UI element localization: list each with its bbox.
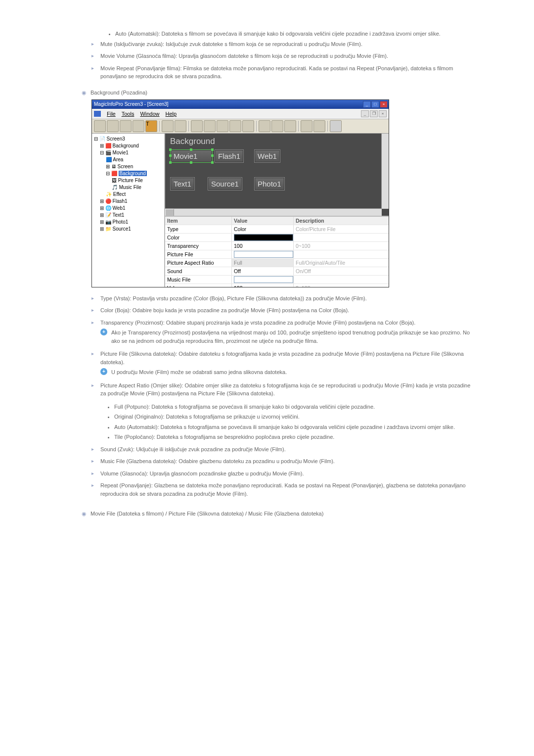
prop-row[interactable]: Type Color Color/Picture File bbox=[165, 225, 389, 234]
prop-row[interactable]: Volume 100 0~100 bbox=[165, 284, 389, 287]
toolbar-icon[interactable] bbox=[229, 120, 241, 132]
toolbar-separator bbox=[159, 121, 160, 132]
toolbar-icon[interactable] bbox=[217, 120, 228, 132]
toolbar-icon[interactable]: T bbox=[145, 120, 157, 132]
toolbar-icon[interactable] bbox=[259, 120, 270, 132]
intro-arrow-list: Mute (Isključivanje zvuka): Isključuje z… bbox=[91, 40, 475, 81]
toolbar-icon[interactable] bbox=[133, 120, 144, 132]
item-mute: Mute (Isključivanje zvuka): Isključuje z… bbox=[91, 40, 475, 48]
toolbar-icon[interactable] bbox=[107, 120, 119, 132]
toolbar-icon[interactable] bbox=[301, 120, 312, 132]
prop-row[interactable]: Sound Off On/Off bbox=[165, 267, 389, 276]
document-content: Auto (Automatski): Datoteka s filmom se … bbox=[0, 0, 534, 540]
toolbar-icon[interactable] bbox=[191, 120, 203, 132]
tree-node[interactable]: 🟦 Area bbox=[93, 156, 163, 163]
prop-row[interactable]: Music File bbox=[165, 276, 389, 284]
tree-node[interactable]: 🖼 Picture File bbox=[93, 177, 163, 184]
mdi-close[interactable]: × bbox=[379, 110, 387, 117]
close-button[interactable]: × bbox=[380, 101, 388, 108]
tree-node[interactable]: ⊞ 📷 Photo1 bbox=[93, 219, 163, 226]
toolbar-icon[interactable] bbox=[284, 120, 296, 132]
tree-node[interactable]: ⊞ 🖥 Screen bbox=[93, 163, 163, 170]
toolbar-separator bbox=[256, 121, 257, 132]
toolbar-icon[interactable] bbox=[175, 120, 186, 132]
toolbar-separator bbox=[298, 121, 299, 132]
item-picture-file: Picture File (Slikovna datoteka): Odabir… bbox=[91, 350, 475, 377]
canvas-area[interactable]: Background Movie1 Flash1 Web1 Text1 Sour… bbox=[165, 134, 389, 217]
toolbar-icon[interactable] bbox=[330, 120, 342, 132]
bullet-full: Full (Potpuno): Datoteka s fotografijama… bbox=[114, 403, 475, 411]
item-repeat: Repeat (Ponavljanje): Glazbena se datote… bbox=[91, 481, 475, 498]
tree-node[interactable]: ⊟ 🟥 Background bbox=[93, 170, 163, 177]
section-heading-background: Background (Pozadina) bbox=[82, 90, 475, 95]
toolbar-separator bbox=[327, 121, 328, 132]
note-picture-file: U području Movie (Film) može se odabrati… bbox=[100, 368, 475, 377]
mdi-min[interactable]: _ bbox=[361, 110, 369, 117]
tree-node[interactable]: ⊞ 📝 Text1 bbox=[93, 212, 163, 219]
item-music-file: Music File (Glazbena datoteka): Odabire … bbox=[91, 457, 475, 466]
tree-node[interactable]: ⊞ 🔴 Flash1 bbox=[93, 198, 163, 205]
menu-help[interactable]: Help bbox=[166, 111, 177, 117]
main-row: ⊟ 📄 Screen3 ⊞ 🟥 Background ⊟ 🎬 Movie1 🟦 … bbox=[92, 134, 389, 287]
toolbar-icon[interactable] bbox=[271, 120, 283, 132]
horizontal-scrollbar[interactable] bbox=[165, 208, 382, 216]
toolbar-icon[interactable] bbox=[313, 120, 325, 132]
bullet-tile: Tile (Popločano): Datoteka s fotografija… bbox=[114, 433, 475, 441]
canvas-bg-label: Background bbox=[170, 137, 215, 146]
col-value: Value bbox=[231, 217, 293, 225]
col-desc: Description bbox=[293, 217, 389, 225]
toolbar-icon[interactable] bbox=[242, 120, 254, 132]
tree-node[interactable]: ⊞ 🌐 Web1 bbox=[93, 205, 163, 212]
app-window: MagicInfoPro Screen3 - [Screen3] _ □ × F… bbox=[91, 99, 389, 287]
tree-node[interactable]: ⊞ 🟥 Background bbox=[93, 142, 163, 149]
canvas-tile-source1[interactable]: Source1 bbox=[208, 177, 242, 190]
canvas-tile-text1[interactable]: Text1 bbox=[170, 177, 195, 190]
right-column: Background Movie1 Flash1 Web1 Text1 Sour… bbox=[165, 134, 389, 287]
item-movie-repeat: Movie Repeat (Ponavljanje filma): Filmsk… bbox=[91, 64, 475, 81]
col-item: Item bbox=[165, 218, 231, 224]
canvas-tile-flash1[interactable]: Flash1 bbox=[215, 149, 244, 163]
window-control-buttons: _ □ × bbox=[363, 101, 388, 108]
prop-row[interactable]: Color bbox=[165, 234, 389, 242]
tree-node[interactable]: ⊟ 🎬 Movie1 bbox=[93, 149, 163, 156]
toolbar-icon[interactable] bbox=[204, 120, 216, 132]
canvas-tile-photo1[interactable]: Photo1 bbox=[254, 177, 285, 190]
post-arrow-list: Type (Vrsta): Postavlja vrstu pozadine (… bbox=[91, 294, 475, 498]
item-transparency: Transparency (Prozirnost): Odabire stupa… bbox=[91, 319, 475, 345]
app-icon bbox=[94, 111, 101, 117]
prop-row[interactable]: Picture File bbox=[165, 250, 389, 259]
canvas-tile-web1[interactable]: Web1 bbox=[254, 149, 280, 163]
menu-file[interactable]: File bbox=[107, 111, 116, 117]
section-heading-files: Movie File (Datoteka s filmom) / Picture… bbox=[82, 511, 475, 517]
bullet-auto: Auto (Automatski): Datoteka s fotografij… bbox=[114, 423, 475, 431]
bullet-original: Original (Originalno): Datoteka s fotogr… bbox=[114, 413, 475, 421]
menu-tools[interactable]: Tools bbox=[122, 111, 134, 117]
tree-node[interactable]: 🎵 Music File bbox=[93, 184, 163, 191]
toolbar: T bbox=[92, 119, 389, 134]
tree-panel: ⊟ 📄 Screen3 ⊞ 🟥 Background ⊟ 🎬 Movie1 🟦 … bbox=[92, 134, 165, 287]
menu-bar: File Tools Window Help _ ❐ × bbox=[92, 109, 389, 119]
toolbar-icon[interactable] bbox=[162, 120, 174, 132]
item-color: Color (Boja): Odabire boju kada je vrsta… bbox=[91, 306, 475, 315]
prop-row[interactable]: Transparency 100 0~100 bbox=[165, 242, 389, 250]
property-table: Item Value Description Type Color Color/… bbox=[165, 217, 389, 287]
vertical-scrollbar[interactable] bbox=[381, 134, 389, 209]
mdi-controls: _ ❐ × bbox=[361, 110, 387, 117]
intro-disc-list: Auto (Automatski): Datoteka s filmom se … bbox=[91, 30, 475, 38]
window-titlebar: MagicInfoPro Screen3 - [Screen3] _ □ × bbox=[92, 100, 389, 109]
minimize-button[interactable]: _ bbox=[363, 101, 371, 108]
tree-node[interactable]: ⊟ 📄 Screen3 bbox=[93, 136, 163, 142]
canvas-tile-movie1[interactable]: Movie1 bbox=[170, 149, 213, 163]
item-type: Type (Vrsta): Postavlja vrstu pozadine (… bbox=[91, 294, 475, 303]
toolbar-icon[interactable] bbox=[120, 120, 132, 132]
toolbar-icon[interactable] bbox=[94, 120, 106, 132]
toolbar-separator bbox=[188, 121, 189, 132]
item-aspect-ratio: Picture Aspect Ratio (Omjer slike): Odab… bbox=[91, 381, 475, 441]
mdi-restore[interactable]: ❐ bbox=[370, 110, 378, 117]
item-sound: Sound (Zvuk): Uključuje ili isključuje z… bbox=[91, 445, 475, 454]
tree-node[interactable]: ✨ Effect bbox=[93, 191, 163, 198]
tree-node[interactable]: ⊞ 📁 Source1 bbox=[93, 226, 163, 233]
menu-window[interactable]: Window bbox=[140, 111, 159, 117]
prop-row: Picture Aspect Ratio Full Full/Original/… bbox=[165, 259, 389, 267]
maximize-button[interactable]: □ bbox=[371, 101, 379, 108]
